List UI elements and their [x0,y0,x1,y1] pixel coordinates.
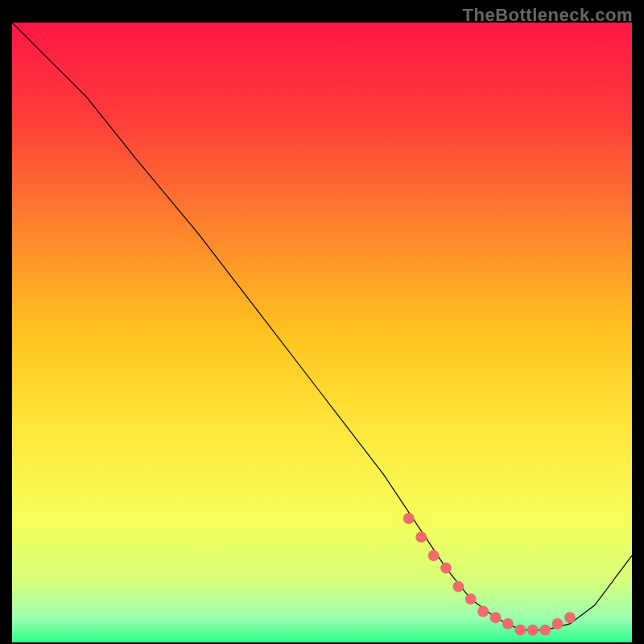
highlight-marker [403,513,415,524]
highlight-marker [452,581,464,592]
chart-stage: TheBottleneck.com [0,0,644,644]
highlight-marker [552,618,564,630]
highlight-marker [465,593,477,605]
highlight-marker [564,612,576,623]
bottleneck-chart [12,23,632,642]
highlight-marker [502,618,514,630]
highlight-marker [514,625,526,636]
highlight-marker [415,531,427,543]
watermark-text: TheBottleneck.com [463,5,633,26]
highlight-marker [539,625,551,636]
highlight-marker [428,550,440,561]
highlight-marker [440,563,452,574]
plot-background [12,23,632,642]
highlight-marker [490,612,502,623]
highlight-marker [527,625,539,636]
highlight-marker [477,606,489,617]
